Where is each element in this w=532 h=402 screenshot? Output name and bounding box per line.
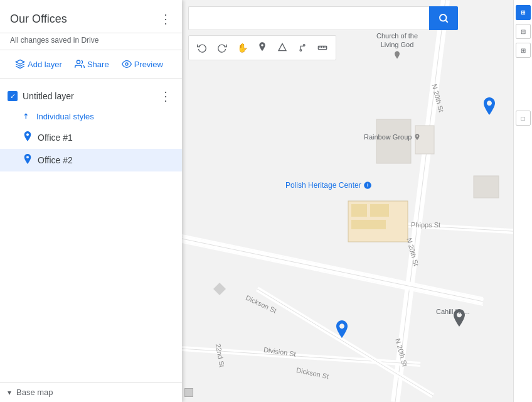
svg-point-1: [77, 60, 80, 63]
pin-icon-1: [23, 131, 33, 144]
basemap-label: Base map: [16, 388, 53, 397]
share-label: Share: [87, 60, 109, 69]
svg-rect-21: [370, 204, 389, 217]
redo-button[interactable]: [213, 38, 231, 57]
toolbar: ✋: [188, 35, 336, 60]
svg-rect-22: [351, 220, 386, 229]
rainbow-label: Rainbow Group: [364, 133, 421, 141]
map-marker-2[interactable]: [334, 320, 349, 343]
layer-checkbox[interactable]: ✓: [8, 91, 18, 101]
svg-marker-0: [16, 60, 24, 64]
church-label: Church of theLiving God: [376, 31, 418, 62]
route-icon: [297, 43, 307, 53]
right-btn-3[interactable]: ⊞: [516, 43, 531, 58]
people-icon: [75, 59, 85, 69]
individual-styles-label: Individual styles: [36, 112, 94, 121]
layer-header-left: ✓ Untitled layer: [8, 91, 74, 101]
map-container: ✋: [182, 0, 532, 402]
route-tool-button[interactable]: [293, 38, 312, 57]
right-panel: ⊞ ⊟ ⊞ □: [513, 0, 532, 402]
draw-tool-button[interactable]: [273, 38, 292, 57]
search-icon: [438, 13, 449, 24]
svg-marker-29: [279, 43, 286, 50]
measure-button[interactable]: [313, 38, 332, 57]
layer-header: ✓ Untitled layer ⋮: [0, 84, 182, 109]
svg-text:i: i: [367, 183, 368, 187]
undo-button[interactable]: [193, 38, 211, 57]
basemap-section[interactable]: ▾ Base map: [0, 382, 182, 402]
svg-point-2: [125, 63, 128, 65]
place-icon: [413, 133, 421, 141]
marker-icon: [258, 42, 267, 53]
layer-section: ✓ Untitled layer ⋮ Individual styles Off…: [0, 79, 182, 382]
map-control-1[interactable]: [184, 388, 193, 397]
pin-icon-2: [23, 154, 33, 166]
search-bar: [188, 6, 458, 30]
office-item-2[interactable]: Office #2: [0, 149, 182, 171]
svg-point-30: [300, 50, 302, 52]
sidebar: Our Offices ⋮ All changes saved in Drive…: [0, 0, 182, 402]
eye-icon: [122, 59, 132, 69]
hand-tool-button[interactable]: ✋: [233, 38, 252, 57]
add-layer-button[interactable]: Add layer: [10, 55, 67, 73]
sidebar-title: Our Offices: [10, 13, 67, 26]
individual-styles[interactable]: Individual styles: [0, 109, 182, 124]
add-layer-label: Add layer: [28, 60, 62, 69]
svg-rect-20: [351, 204, 367, 217]
sidebar-subtitle: All changes saved in Drive: [0, 33, 182, 50]
svg-line-28: [445, 20, 447, 22]
office-2-label: Office #2: [38, 155, 73, 165]
heritage-icon: i: [363, 181, 372, 190]
polish-label: Polish Heritage Center i: [285, 181, 372, 190]
office-1-label: Office #1: [38, 133, 73, 143]
phipps-label: Phipps St: [411, 221, 440, 229]
preview-button[interactable]: Preview: [117, 55, 168, 73]
sidebar-more-button[interactable]: ⋮: [157, 10, 174, 28]
offices-list: Office #1 Office #2: [0, 126, 182, 171]
style-icon: [23, 111, 33, 121]
pin-tool-button[interactable]: [253, 38, 272, 57]
redo-icon: [217, 43, 227, 53]
measure-icon: [317, 43, 327, 53]
right-btn-4[interactable]: □: [516, 111, 531, 126]
layer-title: Untitled layer: [23, 91, 74, 101]
chevron-down-icon: ▾: [8, 388, 11, 397]
search-button[interactable]: [429, 6, 458, 30]
right-btn-2[interactable]: ⊟: [516, 24, 531, 39]
preview-label: Preview: [134, 60, 163, 69]
right-btn-1[interactable]: ⊞: [516, 5, 531, 20]
share-button[interactable]: Share: [70, 55, 114, 73]
map-marker-3[interactable]: [452, 309, 467, 332]
shape-icon: [277, 43, 287, 53]
hand-icon: ✋: [237, 43, 248, 53]
svg-rect-23: [474, 176, 499, 198]
map-streets: [182, 0, 532, 402]
svg-rect-17: [376, 119, 411, 163]
svg-point-27: [440, 14, 447, 21]
layer-more-button[interactable]: ⋮: [157, 87, 174, 105]
search-input[interactable]: [188, 6, 429, 30]
undo-icon: [197, 43, 207, 53]
sidebar-header: Our Offices ⋮: [0, 0, 182, 33]
map-marker-1[interactable]: [482, 97, 497, 120]
office-item-1[interactable]: Office #1: [0, 126, 182, 149]
sidebar-actions: Add layer Share Preview: [0, 50, 182, 79]
layers-icon: [15, 59, 25, 69]
